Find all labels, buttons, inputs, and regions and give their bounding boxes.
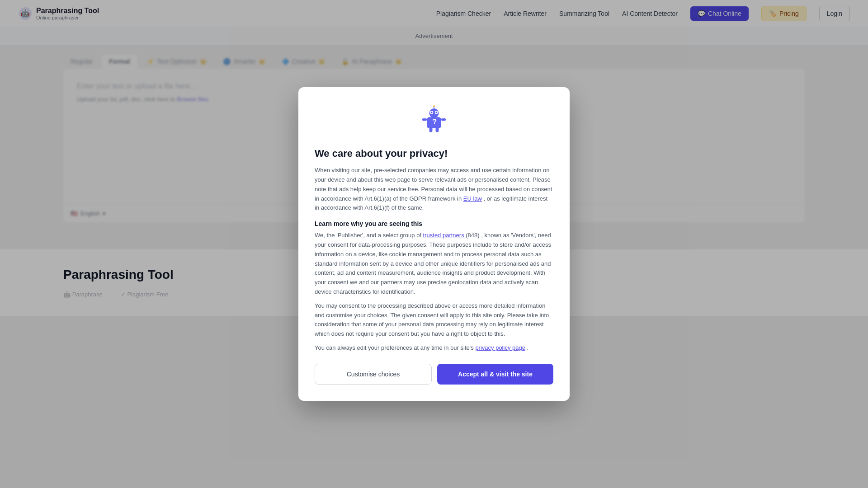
- modal-overlay: ? We care about your privacy! When visit…: [0, 0, 868, 488]
- svg-point-8: [431, 112, 433, 113]
- modal-learn-title: Learn more why you are seeing this: [315, 220, 553, 227]
- modal-body-1: When visiting our site, pre-selected com…: [315, 166, 553, 213]
- modal-title: We care about your privacy!: [315, 148, 553, 160]
- modal-body-3: You may consent to the processing descri…: [315, 301, 553, 339]
- customise-choices-button[interactable]: Customise choices: [315, 364, 432, 385]
- svg-rect-13: [429, 127, 433, 132]
- svg-text:?: ?: [433, 118, 437, 126]
- svg-point-5: [433, 105, 435, 107]
- modal-robot-icon: ?: [315, 105, 553, 139]
- accept-all-button[interactable]: Accept all & visit the site: [437, 364, 553, 385]
- svg-rect-11: [422, 118, 427, 121]
- modal-body-2: We, the 'Publisher', and a select group …: [315, 231, 553, 297]
- svg-rect-12: [441, 118, 446, 121]
- modal-body-4: You can always edit your preferences at …: [315, 343, 553, 353]
- svg-rect-14: [436, 127, 439, 132]
- privacy-modal: ? We care about your privacy! When visit…: [298, 87, 570, 401]
- eu-law-link[interactable]: EU law: [463, 195, 482, 202]
- modal-actions: Customise choices Accept all & visit the…: [315, 364, 553, 385]
- privacy-policy-link[interactable]: privacy policy page: [475, 344, 525, 351]
- svg-point-9: [436, 112, 438, 113]
- trusted-partners-link[interactable]: trusted partners: [423, 232, 464, 239]
